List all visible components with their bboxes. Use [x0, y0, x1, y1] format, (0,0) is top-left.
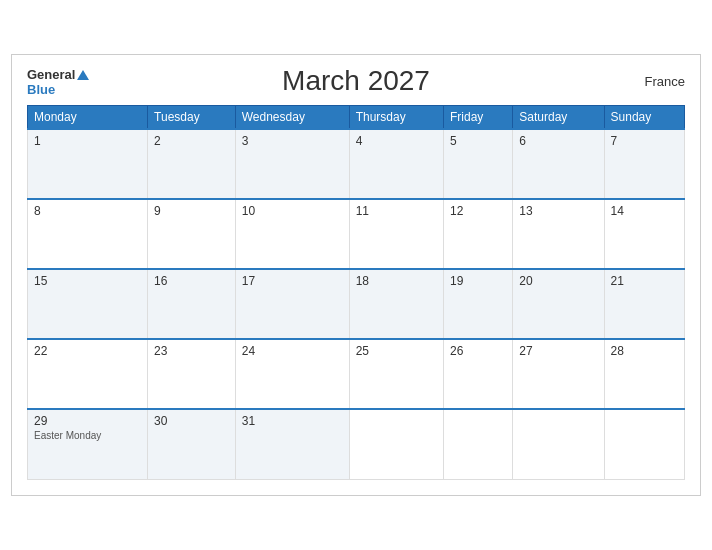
calendar-week-row: 22232425262728: [28, 339, 685, 409]
calendar-day-cell: 30: [148, 409, 236, 479]
calendar-day-cell: 13: [513, 199, 604, 269]
day-number: 23: [154, 344, 229, 358]
calendar-day-cell: 24: [235, 339, 349, 409]
day-number: 14: [611, 204, 678, 218]
weekday-header-row: MondayTuesdayWednesdayThursdayFridaySatu…: [28, 106, 685, 130]
day-number: 19: [450, 274, 506, 288]
weekday-header-cell: Wednesday: [235, 106, 349, 130]
calendar-day-cell: [513, 409, 604, 479]
calendar-week-row: 1234567: [28, 129, 685, 199]
calendar-day-cell: 27: [513, 339, 604, 409]
day-number: 18: [356, 274, 437, 288]
calendar-header-row: MondayTuesdayWednesdayThursdayFridaySatu…: [28, 106, 685, 130]
day-number: 22: [34, 344, 141, 358]
calendar-day-cell: 1: [28, 129, 148, 199]
calendar-grid: MondayTuesdayWednesdayThursdayFridaySatu…: [27, 105, 685, 480]
logo: General Blue: [27, 65, 89, 97]
calendar-day-cell: 4: [349, 129, 443, 199]
calendar-day-cell: 31: [235, 409, 349, 479]
calendar-day-cell: [349, 409, 443, 479]
calendar-day-cell: 16: [148, 269, 236, 339]
day-number: 8: [34, 204, 141, 218]
day-number: 11: [356, 204, 437, 218]
calendar-day-cell: [604, 409, 684, 479]
day-number: 16: [154, 274, 229, 288]
calendar-day-cell: 25: [349, 339, 443, 409]
calendar-day-cell: 21: [604, 269, 684, 339]
calendar-day-cell: 11: [349, 199, 443, 269]
weekday-header-cell: Thursday: [349, 106, 443, 130]
day-number: 12: [450, 204, 506, 218]
day-number: 13: [519, 204, 597, 218]
day-number: 7: [611, 134, 678, 148]
calendar-day-cell: 2: [148, 129, 236, 199]
day-number: 17: [242, 274, 343, 288]
day-number: 27: [519, 344, 597, 358]
country-label: France: [645, 74, 685, 89]
day-number: 2: [154, 134, 229, 148]
calendar-day-cell: 28: [604, 339, 684, 409]
calendar-day-cell: 5: [443, 129, 512, 199]
day-number: 31: [242, 414, 343, 428]
calendar-day-cell: 14: [604, 199, 684, 269]
calendar-body: 1234567891011121314151617181920212223242…: [28, 129, 685, 479]
day-number: 3: [242, 134, 343, 148]
day-number: 29: [34, 414, 141, 428]
calendar-day-cell: 22: [28, 339, 148, 409]
day-number: 20: [519, 274, 597, 288]
calendar-day-cell: 15: [28, 269, 148, 339]
calendar-day-cell: 26: [443, 339, 512, 409]
calendar-day-cell: 10: [235, 199, 349, 269]
calendar-day-cell: 20: [513, 269, 604, 339]
calendar-day-cell: 7: [604, 129, 684, 199]
day-number: 30: [154, 414, 229, 428]
calendar-week-row: 15161718192021: [28, 269, 685, 339]
calendar-day-cell: 17: [235, 269, 349, 339]
logo-triangle-icon: [77, 70, 89, 80]
weekday-header-cell: Saturday: [513, 106, 604, 130]
day-number: 4: [356, 134, 437, 148]
calendar-container: General Blue March 2027 France MondayTue…: [11, 54, 701, 496]
calendar-day-cell: 12: [443, 199, 512, 269]
day-number: 10: [242, 204, 343, 218]
calendar-day-cell: 6: [513, 129, 604, 199]
calendar-day-cell: 29Easter Monday: [28, 409, 148, 479]
calendar-day-cell: 9: [148, 199, 236, 269]
weekday-header-cell: Monday: [28, 106, 148, 130]
calendar-day-cell: 23: [148, 339, 236, 409]
calendar-week-row: 891011121314: [28, 199, 685, 269]
logo-general: General: [27, 65, 89, 83]
calendar-header: General Blue March 2027 France: [27, 65, 685, 97]
day-number: 15: [34, 274, 141, 288]
weekday-header-cell: Friday: [443, 106, 512, 130]
holiday-label: Easter Monday: [34, 430, 141, 441]
logo-blue: Blue: [27, 83, 89, 97]
day-number: 5: [450, 134, 506, 148]
calendar-day-cell: [443, 409, 512, 479]
calendar-day-cell: 18: [349, 269, 443, 339]
calendar-day-cell: 3: [235, 129, 349, 199]
day-number: 26: [450, 344, 506, 358]
day-number: 21: [611, 274, 678, 288]
day-number: 6: [519, 134, 597, 148]
day-number: 24: [242, 344, 343, 358]
day-number: 25: [356, 344, 437, 358]
day-number: 9: [154, 204, 229, 218]
calendar-week-row: 29Easter Monday3031: [28, 409, 685, 479]
day-number: 1: [34, 134, 141, 148]
weekday-header-cell: Tuesday: [148, 106, 236, 130]
calendar-day-cell: 8: [28, 199, 148, 269]
page-title: March 2027: [282, 65, 430, 97]
calendar-day-cell: 19: [443, 269, 512, 339]
day-number: 28: [611, 344, 678, 358]
weekday-header-cell: Sunday: [604, 106, 684, 130]
